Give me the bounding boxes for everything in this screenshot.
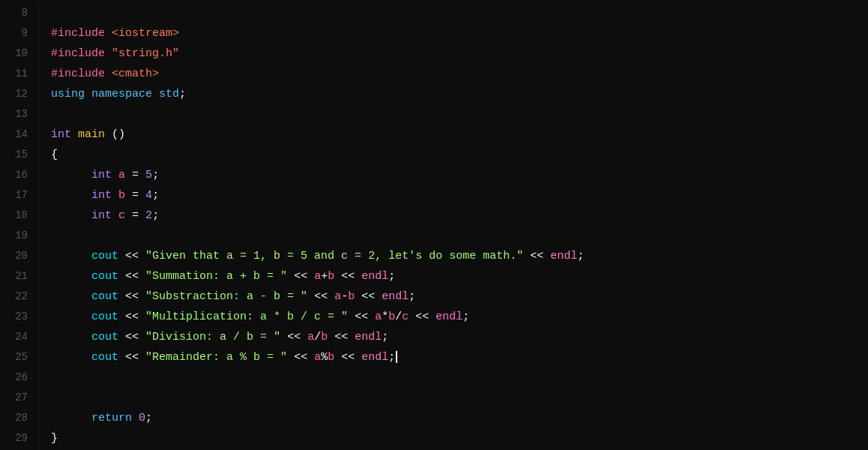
line-num-18: 18: [0, 206, 28, 226]
code-line-25: cout << "Remainder: a % b = " << a%b << …: [51, 347, 868, 368]
code-line-29: }: [51, 428, 868, 448]
line-num-17: 17: [0, 185, 28, 206]
code-line-27: [51, 388, 868, 408]
line-num-9: 9: [0, 23, 28, 44]
line-num-13: 13: [0, 104, 28, 124]
line-num-27: 27: [0, 388, 28, 408]
line-num-15: 15: [0, 145, 28, 165]
code-line-24: cout << "Division: a / b = " << a/b << e…: [51, 327, 868, 347]
line-num-12: 12: [0, 84, 28, 104]
code-line-16: int a = 5;: [51, 165, 868, 185]
code-line-14: int main (): [51, 124, 868, 145]
code-line-15: {: [51, 145, 868, 165]
code-line-12: using namespace std;: [51, 84, 868, 104]
code-line-21: cout << "Summation: a + b = " << a+b << …: [51, 266, 868, 286]
line-num-26: 26: [0, 368, 28, 388]
code-line-23: cout << "Multiplication: a * b / c = " <…: [51, 307, 868, 327]
code-line-20: cout << "Given that a = 1, b = 5 and c =…: [51, 246, 868, 266]
line-num-19: 19: [0, 226, 28, 246]
line-num-29: 29: [0, 428, 28, 448]
line-num-24: 24: [0, 327, 28, 347]
line-num-22: 22: [0, 286, 28, 307]
line-num-10: 10: [0, 44, 28, 64]
line-num-23: 23: [0, 307, 28, 327]
line-num-20: 20: [0, 246, 28, 266]
line-num-14: 14: [0, 124, 28, 145]
code-line-11: #include <cmath>: [51, 64, 868, 84]
line-numbers: 8 9 10 11 12 13 14 15 16 17 18 19 20 21 …: [0, 3, 39, 450]
code-line-26: [51, 368, 868, 388]
code-line-17: int b = 4;: [51, 185, 868, 206]
code-line-22: cout << "Substraction: a - b = " << a-b …: [51, 286, 868, 307]
line-num-11: 11: [0, 64, 28, 84]
line-num-8: 8: [0, 3, 28, 23]
line-num-16: 16: [0, 165, 28, 185]
code-line-28: return 0;: [51, 408, 868, 428]
code-line-18: int c = 2;: [51, 206, 868, 226]
code-line-9: #include <iostream>: [51, 23, 868, 44]
code-editor: 8 9 10 11 12 13 14 15 16 17 18 19 20 21 …: [0, 0, 868, 450]
line-num-28: 28: [0, 408, 28, 428]
code-line-19: [51, 226, 868, 246]
line-num-21: 21: [0, 266, 28, 286]
code-line-10: #include "string.h": [51, 44, 868, 64]
line-num-25: 25: [0, 347, 28, 368]
code-content[interactable]: #include <iostream> #include "string.h" …: [39, 3, 868, 450]
code-line-8: [51, 3, 868, 23]
code-line-13: [51, 104, 868, 124]
